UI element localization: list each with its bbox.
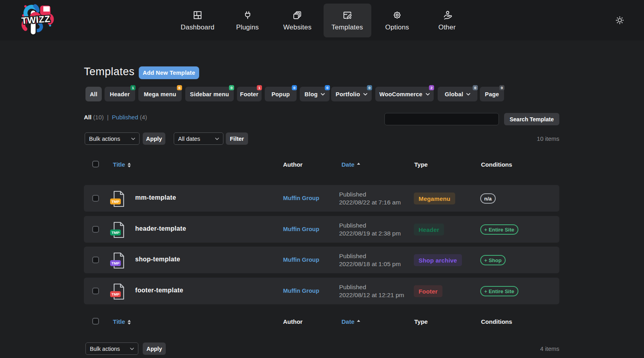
svg-text:TWIZZ: TWIZZ	[21, 14, 50, 26]
svg-text:TMP: TMP	[111, 261, 120, 265]
svg-text:TMP: TMP	[111, 199, 120, 204]
svg-text:TMP: TMP	[111, 292, 120, 296]
svg-text:TMP: TMP	[111, 230, 120, 235]
